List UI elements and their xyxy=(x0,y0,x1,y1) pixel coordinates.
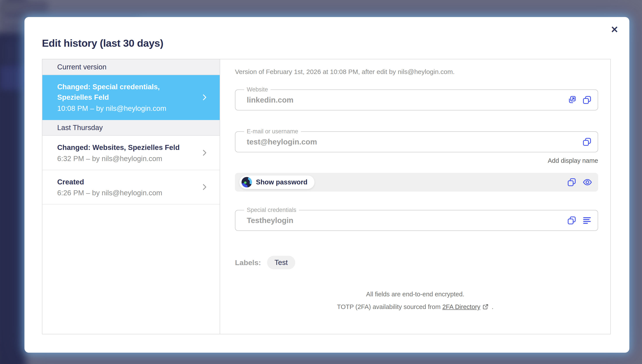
label-chip[interactable]: Test xyxy=(267,256,295,269)
text-lines-icon[interactable] xyxy=(582,216,592,226)
totp-directory-link[interactable]: 2FA Directory xyxy=(442,303,480,310)
version-item-created[interactable]: Created 6:26 PM – by nils@heylogin.com xyxy=(42,170,220,205)
edit-history-modal: ✕ Edit history (last 30 days) Current ve… xyxy=(25,17,629,353)
show-password-label: Show password xyxy=(256,178,307,186)
version-detail: Version of February 1st, 2026 at 10:08 P… xyxy=(220,59,610,334)
page-title: Edit history (last 30 days) xyxy=(42,37,163,49)
website-field: Website linkedin.com xyxy=(235,90,598,110)
copy-icon[interactable] xyxy=(567,177,577,187)
eye-icon[interactable] xyxy=(582,177,592,187)
totp-note-prefix: TOTP (2FA) availability sourced from xyxy=(337,303,442,310)
copy-icon[interactable] xyxy=(567,216,577,226)
version-info-line: Version of February 1st, 2026 at 10:08 P… xyxy=(235,68,455,76)
chevron-right-icon xyxy=(201,92,208,102)
version-item-current[interactable]: Changed: Special credentials, Spezielles… xyxy=(42,75,220,120)
special-credentials-value: Testheylogin xyxy=(247,216,293,225)
copy-icon[interactable] xyxy=(582,137,592,147)
version-item-title: Created xyxy=(57,177,194,187)
version-item-websites[interactable]: Changed: Websites, Spezielles Feld 6:32 … xyxy=(42,136,220,170)
copy-icon[interactable] xyxy=(582,95,592,105)
backdrop-brand-blur xyxy=(0,0,48,15)
show-password-button[interactable]: Show password xyxy=(239,176,314,189)
password-row: Show password xyxy=(235,173,598,192)
chevron-right-icon xyxy=(201,148,208,158)
version-item-title: Changed: Special credentials, Spezielles… xyxy=(57,82,194,102)
special-credentials-label: Special credentials xyxy=(244,207,299,214)
version-item-subtitle: 6:32 PM – by nils@heylogin.com xyxy=(57,154,194,163)
modal-content: Current version Changed: Special credent… xyxy=(42,59,611,334)
add-display-name-link[interactable]: Add display name xyxy=(548,157,598,164)
totp-note-suffix: . xyxy=(490,303,493,310)
email-field-label: E-mail or username xyxy=(244,128,301,135)
website-field-label: Website xyxy=(244,86,271,93)
close-button[interactable]: ✕ xyxy=(608,24,620,36)
external-link-icon xyxy=(482,304,489,310)
chevron-right-icon xyxy=(201,182,208,192)
heylogin-logo xyxy=(242,177,252,188)
version-item-subtitle: 6:26 PM – by nils@heylogin.com xyxy=(57,189,194,197)
version-list: Current version Changed: Special credent… xyxy=(42,59,220,334)
version-item-title: Changed: Websites, Spezielles Feld xyxy=(57,142,194,153)
open-in-new-icon[interactable] xyxy=(567,95,577,105)
special-credentials-field: Special credentials Testheylogin xyxy=(235,210,598,231)
section-header-last-thursday: Last Thursday xyxy=(42,120,220,136)
totp-note: TOTP (2FA) availability sourced from 2FA… xyxy=(220,303,610,310)
website-field-value: linkedin.com xyxy=(247,96,293,104)
email-field: E-mail or username test@heylogin.com xyxy=(235,131,598,152)
email-field-value: test@heylogin.com xyxy=(247,138,317,146)
labels-row: Labels: Test xyxy=(235,256,295,269)
version-item-subtitle: 10:08 PM – by nils@heylogin.com xyxy=(57,104,194,112)
section-header-current-version: Current version xyxy=(42,59,220,75)
labels-caption: Labels: xyxy=(235,258,261,267)
encryption-note: All fields are end-to-end encrypted. xyxy=(220,291,610,298)
